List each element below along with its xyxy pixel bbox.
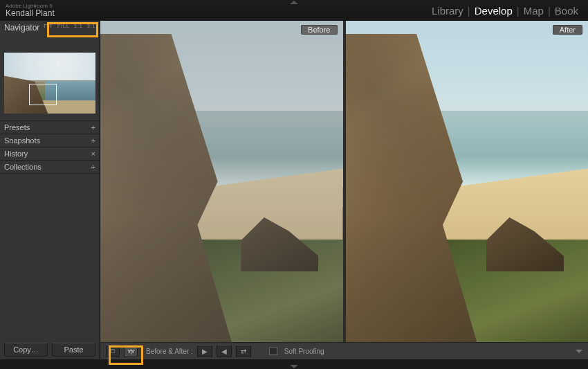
panel-label: History [4, 150, 28, 158]
soft-proofing-checkbox[interactable] [269, 347, 277, 355]
panel-close-icon[interactable]: × [91, 150, 95, 158]
nav-thumb-sky [4, 53, 95, 80]
panel-expand-icon[interactable]: + [91, 123, 95, 132]
identity-plate: Adobe Lightroom 5 Kendall Plant [6, 3, 55, 18]
before-pane: Before [100, 21, 344, 342]
module-map[interactable]: Map [524, 5, 544, 17]
center-panel: Before After Before & After : [100, 21, 588, 359]
panel-collections[interactable]: Collections + [0, 160, 100, 173]
before-after-label: Before & After : [146, 348, 193, 355]
zoom-level-fit[interactable]: FIT [44, 23, 53, 29]
panel-label: Snapshots [4, 136, 40, 145]
after-badge: After [553, 25, 582, 35]
after-pane: After [344, 21, 589, 342]
module-separator: | [468, 5, 470, 17]
top-panel-collapse-icon[interactable] [290, 1, 298, 4]
navigator-view-rect[interactable] [29, 84, 57, 105]
copy-after-to-before-button[interactable] [217, 345, 232, 357]
app-root: Adobe Lightroom 5 Kendall Plant Library … [0, 0, 588, 369]
panel-label: Presets [4, 123, 30, 132]
module-separator: | [517, 5, 520, 17]
panel-history[interactable]: History × [0, 147, 100, 160]
before-after-view-button[interactable] [124, 345, 138, 357]
user-name-label: Kendall Plant [6, 9, 55, 18]
filmstrip-collapse-icon[interactable] [290, 365, 298, 368]
panel-expand-icon[interactable]: + [91, 136, 95, 145]
soft-proofing-label: Soft Proofing [284, 348, 324, 355]
before-photo [100, 21, 343, 342]
module-picker: Library | Develop | Map | Book [432, 5, 578, 17]
zoom-level-fill[interactable]: FILL [57, 23, 70, 29]
navigator-label: Navigator [4, 23, 39, 33]
navigator-thumbnail[interactable] [4, 53, 95, 114]
left-button-bar: Copy… Paste [0, 343, 100, 359]
workspace: Navigator FIT FILL 1:1 3:1 Presets + [0, 21, 588, 359]
module-library[interactable]: Library [432, 5, 463, 17]
develop-toolbar: Before & After : Soft Proofing [100, 342, 588, 359]
copy-before-to-after-button[interactable] [197, 345, 212, 357]
zoom-level-1to1[interactable]: 1:1 [74, 23, 83, 29]
after-photo [346, 21, 589, 342]
panel-expand-icon[interactable]: + [91, 163, 95, 171]
module-book[interactable]: Book [555, 5, 578, 17]
swap-before-after-button[interactable] [236, 345, 251, 357]
toolbar-disclosure-icon[interactable] [576, 350, 582, 353]
zoom-level-3to1[interactable]: 3:1 [86, 23, 95, 29]
module-develop[interactable]: Develop [475, 5, 513, 17]
paste-settings-button[interactable]: Paste [52, 343, 95, 357]
loupe-view-button[interactable] [106, 345, 120, 357]
left-panel-group: Navigator FIT FILL 1:1 3:1 Presets + [0, 21, 100, 359]
navigator-zoom-group: FIT FILL 1:1 3:1 [44, 23, 95, 29]
copy-settings-button[interactable]: Copy… [4, 343, 48, 357]
navigator-header[interactable]: Navigator FIT FILL 1:1 3:1 [0, 21, 100, 35]
compare-viewer[interactable]: Before After [100, 21, 588, 342]
before-badge: Before [301, 25, 337, 35]
module-separator: | [548, 5, 551, 17]
panel-label: Collections [4, 163, 42, 171]
panel-presets[interactable]: Presets + [0, 120, 100, 134]
left-panel-fill [0, 173, 100, 343]
panel-snapshots[interactable]: Snapshots + [0, 134, 100, 147]
